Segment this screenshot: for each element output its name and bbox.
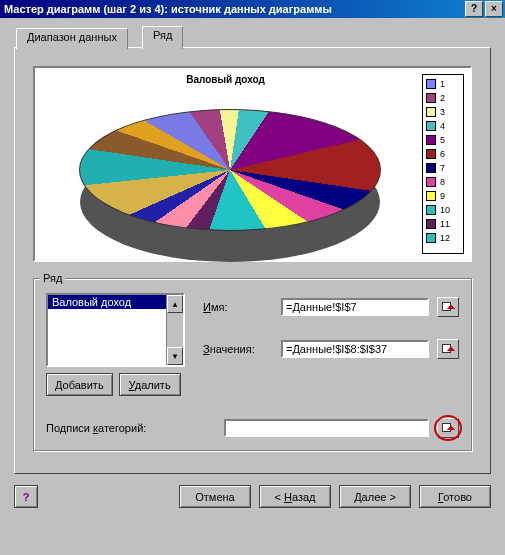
cancel-button[interactable]: Отмена [179,485,251,508]
help-button[interactable]: ? [14,485,38,508]
footer: ? Отмена < Назад Далее > Готово [0,485,505,518]
chart-preview: Валовый доход 123456789101112 [33,66,472,262]
legend-item: 4 [426,119,460,133]
legend-item: 9 [426,189,460,203]
legend-label: 2 [440,93,445,103]
help-icon[interactable]: ? [465,1,483,17]
values-refedit-button[interactable] [437,339,459,359]
next-button[interactable]: Далее > [339,485,411,508]
legend-label: 9 [440,191,445,201]
list-item[interactable]: Валовый доход [48,295,166,309]
categories-field[interactable] [224,419,429,437]
tab-range[interactable]: Диапазон данных [16,28,128,49]
scroll-up-icon[interactable]: ▲ [167,295,183,313]
categories-label: Подписи категорий: [46,422,146,434]
legend-label: 12 [440,233,450,243]
legend-item: 1 [426,77,460,91]
series-groupbox: Ряд Валовый доход ▲ ▼ Добавить Удалить [33,278,472,451]
legend-label: 10 [440,205,450,215]
legend-label: 7 [440,163,445,173]
legend: 123456789101112 [422,74,464,254]
add-button[interactable]: Добавить [46,373,113,396]
legend-item: 2 [426,91,460,105]
legend-item: 5 [426,133,460,147]
legend-swatch [426,135,436,145]
values-label: Значения: [203,343,273,355]
legend-item: 3 [426,105,460,119]
values-field[interactable] [281,340,429,358]
legend-item: 11 [426,217,460,231]
legend-item: 6 [426,147,460,161]
legend-label: 1 [440,79,445,89]
legend-swatch [426,121,436,131]
legend-swatch [426,219,436,229]
legend-label: 3 [440,107,445,117]
pie-wrap [49,88,410,252]
legend-label: 4 [440,121,445,131]
legend-item: 10 [426,203,460,217]
legend-swatch [426,163,436,173]
scroll-down-icon[interactable]: ▼ [167,347,183,365]
tab-panel-series: Валовый доход 123456789101112 Ряд Валовы… [14,47,491,474]
tab-series[interactable]: Ряд [142,26,183,49]
legend-swatch [426,93,436,103]
categories-refedit-button[interactable] [437,418,459,438]
refedit-icon [442,302,454,312]
legend-label: 8 [440,177,445,187]
refedit-icon [442,423,454,433]
refedit-icon [442,344,454,354]
legend-label: 5 [440,135,445,145]
legend-swatch [426,149,436,159]
finish-button[interactable]: Готово [419,485,491,508]
name-label: Имя: [203,301,273,313]
legend-item: 8 [426,175,460,189]
legend-item: 7 [426,161,460,175]
legend-swatch [426,205,436,215]
series-listbox[interactable]: Валовый доход ▲ ▼ [46,293,185,367]
legend-swatch [426,191,436,201]
name-field[interactable] [281,298,429,316]
legend-label: 6 [440,149,445,159]
remove-button[interactable]: Удалить [119,373,181,396]
close-icon[interactable]: × [485,1,503,17]
series-list-items: Валовый доход [48,295,166,365]
legend-swatch [426,177,436,187]
chart-title: Валовый доход [35,74,416,85]
legend-item: 12 [426,231,460,245]
legend-swatch [426,233,436,243]
window-title: Мастер диаграмм (шаг 2 из 4): источник д… [2,3,463,15]
tabbar: Диапазон данных Ряд [14,26,491,48]
name-refedit-button[interactable] [437,297,459,317]
group-label: Ряд [40,272,65,284]
titlebar: Мастер диаграмм (шаг 2 из 4): источник д… [0,0,505,18]
legend-swatch [426,79,436,89]
legend-swatch [426,107,436,117]
legend-label: 11 [440,219,450,229]
pie-chart [79,109,381,231]
listbox-scrollbar[interactable]: ▲ ▼ [166,295,183,365]
back-button[interactable]: < Назад [259,485,331,508]
